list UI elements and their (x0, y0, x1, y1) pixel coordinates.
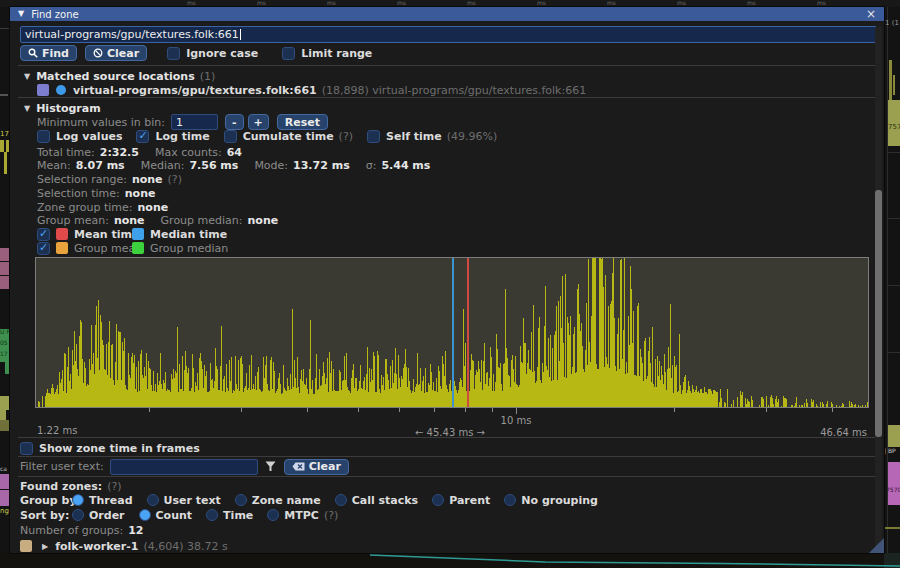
ignore-case-checkbox[interactable] (167, 47, 180, 60)
axis-min-label: 1.22 ms (37, 425, 77, 436)
matched-locations-title: Matched source locations (36, 70, 195, 83)
sort-by-order-radio[interactable] (72, 509, 84, 521)
median-time-color-swatch (132, 228, 144, 240)
group-lines-checkbox[interactable] (37, 242, 50, 255)
bg-zone: U F (0, 329, 10, 340)
clear-button[interactable]: Clear (85, 45, 147, 61)
axis-tick (766, 408, 767, 412)
close-icon[interactable]: × (866, 8, 876, 20)
sort-by-time-label: Time (223, 509, 253, 522)
self-time-label: Self time (386, 130, 442, 143)
marker-lines-checkbox[interactable] (37, 228, 50, 241)
source-location-name: virtual-programs/gpu/textures.folk:661 (73, 84, 317, 97)
group-by-parent-radio[interactable] (432, 494, 444, 506)
selection-range-label: Selection range: (37, 173, 127, 186)
find-button[interactable]: Find (20, 45, 77, 61)
thread-color-swatch (20, 540, 32, 552)
limit-range-checkbox[interactable] (282, 47, 295, 60)
search-input[interactable]: virtual-programs/gpu/textures.folk:661 (20, 26, 877, 43)
histogram-plot[interactable] (35, 257, 869, 408)
bg-axis-label: ms (467, 0, 491, 6)
bg-zone-text: 17 (0, 131, 10, 140)
max-counts-value: 64 (227, 146, 242, 159)
group-by-call-stacks-radio[interactable] (335, 494, 347, 506)
axis-tick (149, 408, 150, 412)
resize-grip[interactable] (869, 538, 884, 553)
clear-button-label: Clear (107, 47, 139, 60)
min-bin-decrement-button[interactable]: - (225, 114, 244, 130)
group-by-label: Group by: (20, 494, 72, 507)
filter-row: Filter user text: Clear (20, 458, 349, 475)
text-caret (240, 29, 241, 40)
group-median-label: Group median: (161, 214, 243, 227)
zone-color-checkbox[interactable] (37, 84, 49, 96)
sort-by-time-radio[interactable] (206, 509, 218, 521)
mode-label: Mode: (254, 159, 288, 172)
separator (18, 456, 876, 457)
source-location-radio[interactable] (56, 85, 66, 95)
bg-line (888, 218, 900, 219)
found-zones-help: (?) (107, 480, 121, 493)
collapse-triangle-icon[interactable]: ▼ (24, 104, 30, 113)
group-mean-label: Group mean: (37, 214, 109, 227)
sigma-value: 5.44 ms (381, 159, 430, 172)
cumulate-time-checkbox[interactable] (224, 130, 237, 143)
source-location-info: (18,898) virtual-programs/gpu/textures.f… (322, 84, 586, 97)
self-time-checkbox[interactable] (367, 130, 380, 143)
group-median-legend-label: Group median (150, 242, 228, 255)
scrollbar[interactable] (875, 26, 882, 553)
matched-locations-count: (1) (200, 70, 216, 83)
axis-tick (492, 408, 493, 412)
group-by-user-text-radio[interactable] (147, 494, 159, 506)
show-frames-checkbox[interactable] (20, 442, 33, 455)
ban-icon (93, 48, 103, 58)
find-zone-titlebar[interactable]: ▼ Find zone × (10, 7, 884, 21)
zone-group-row[interactable]: ▶ folk-worker-1 (4,604) 38.72 s (20, 539, 228, 553)
min-bin-input[interactable]: 1 (171, 114, 218, 130)
group-by-zone-name-radio[interactable] (235, 494, 247, 506)
filter-input[interactable] (110, 459, 258, 475)
histogram-canvas[interactable] (36, 258, 868, 407)
group-by-thread-radio[interactable] (72, 494, 84, 506)
group-by-row: Group by: Thread User text Zone name Cal… (20, 493, 598, 507)
tracy-profiler-screen: msmsmsmsmsmsmsmsmsms17U F0517cange1 (175… (0, 0, 900, 568)
matched-location-entry[interactable]: virtual-programs/gpu/textures.folk:661 (… (37, 83, 586, 97)
axis-tick (358, 408, 359, 412)
histogram-options-row: Log values Log time Cumulate time (?) Se… (37, 129, 497, 143)
collapse-triangle-icon[interactable]: ▼ (18, 10, 24, 18)
histogram-title: Histogram (36, 102, 101, 115)
bg-line (884, 527, 900, 529)
sort-by-count-radio[interactable] (139, 509, 151, 521)
bg-zone-text: ca (0, 466, 10, 473)
reset-button[interactable]: Reset (277, 114, 328, 130)
group-by-thread-label: Thread (89, 494, 133, 507)
bg-zone (6, 140, 9, 152)
selection-time-row: Selection time: none (37, 186, 155, 200)
bg-axis-label: ms (747, 0, 771, 6)
axis-mid-label: 10 ms (501, 415, 532, 426)
expand-arrow-icon[interactable]: ▶ (42, 542, 48, 551)
matched-locations-header[interactable]: ▼ Matched source locations (1) (24, 69, 215, 83)
bg-zone (0, 262, 10, 275)
log-time-checkbox[interactable] (136, 130, 149, 143)
group-stats-row: Group mean: none Group median: none (37, 213, 278, 227)
histogram-header[interactable]: ▼ Histogram (24, 101, 101, 115)
sort-by-mtpc-radio[interactable] (267, 509, 279, 521)
min-bin-increment-button[interactable]: + (248, 114, 269, 130)
filter-clear-button[interactable]: Clear (284, 459, 349, 475)
axis-tick (434, 408, 435, 412)
log-values-checkbox[interactable] (37, 130, 50, 143)
bg-line (0, 28, 10, 29)
filter-funnel-icon[interactable] (265, 461, 276, 472)
scrollbar-thumb[interactable] (875, 190, 882, 437)
bg-zone (0, 410, 6, 420)
bg-zone (0, 276, 10, 289)
find-zone-window: ▼ Find zone × virtual-programs/gpu/textu… (10, 7, 884, 553)
collapse-triangle-icon[interactable]: ▼ (24, 72, 30, 81)
group-by-no-grouping-radio[interactable] (504, 494, 516, 506)
median-time-label: Median time (150, 228, 227, 241)
max-counts-label: Max counts: (155, 146, 222, 159)
cumulate-time-help: (?) (339, 130, 353, 143)
sort-by-order-label: Order (89, 509, 125, 522)
group-mean-color-swatch (56, 242, 68, 254)
